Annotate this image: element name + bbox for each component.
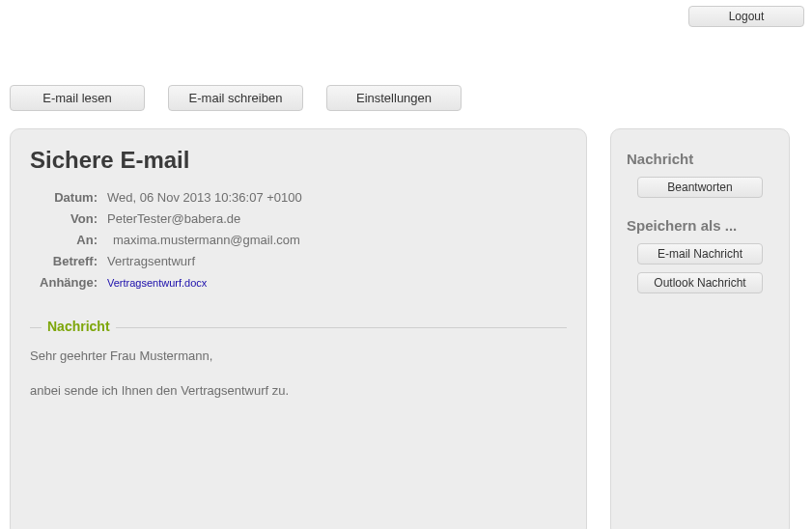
settings-button[interactable]: Einstellungen	[326, 85, 462, 111]
email-metadata: Datum: Wed, 06 Nov 2013 10:36:07 +0100 V…	[30, 187, 567, 293]
to-label: An:	[30, 230, 107, 251]
to-value: maxima.mustermann@gmail.com	[107, 230, 300, 251]
sidebar-message-heading: Nachricht	[627, 151, 773, 167]
attachments-label: Anhänge:	[30, 272, 107, 293]
meta-row-to: An: maxima.mustermann@gmail.com	[30, 230, 567, 251]
date-value: Wed, 06 Nov 2013 10:36:07 +0100	[107, 187, 302, 209]
from-label: Von:	[30, 209, 107, 230]
save-as-outlook-button[interactable]: Outlook Nachricht	[637, 272, 763, 293]
meta-row-subject: Betreff: Vertragsentwurf	[30, 251, 567, 272]
attachment-link[interactable]: Vertragsentwurf.docx	[107, 277, 207, 289]
meta-row-from: Von: PeterTester@babera.de	[30, 209, 567, 230]
save-as-email-button[interactable]: E-mail Nachricht	[637, 243, 763, 264]
sidebar-saveas-heading: Speichern als ...	[627, 217, 773, 234]
message-line: Sehr geehrter Frau Mustermann,	[30, 348, 567, 365]
page-title: Sichere E-mail	[30, 147, 567, 174]
reply-button[interactable]: Beantworten	[637, 177, 763, 198]
date-label: Datum:	[30, 187, 107, 209]
action-panel: Nachricht Beantworten Speichern als ... …	[610, 128, 790, 529]
meta-row-date: Datum: Wed, 06 Nov 2013 10:36:07 +0100	[30, 187, 567, 209]
message-line: anbei sende ich Ihnen den Vertragsentwur…	[30, 382, 567, 400]
message-body: Sehr geehrter Frau Mustermann, anbei sen…	[30, 348, 567, 400]
from-value: PeterTester@babera.de	[107, 209, 240, 230]
email-panel: Sichere E-mail Datum: Wed, 06 Nov 2013 1…	[10, 128, 587, 529]
logout-button[interactable]: Logout	[688, 6, 804, 27]
message-section-heading: Nachricht	[30, 319, 567, 334]
meta-row-attachments: Anhänge: Vertragsentwurf.docx	[30, 272, 567, 293]
read-email-button[interactable]: E-mail lesen	[10, 85, 145, 111]
subject-value: Vertragsentwurf	[107, 251, 195, 272]
nav-bar: E-mail lesen E-mail schreiben Einstellun…	[0, 85, 812, 111]
subject-label: Betreff:	[30, 251, 107, 272]
write-email-button[interactable]: E-mail schreiben	[168, 85, 303, 111]
